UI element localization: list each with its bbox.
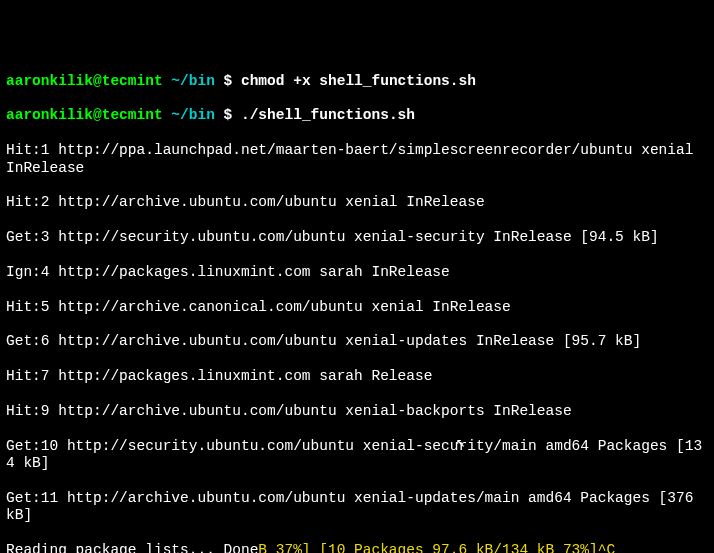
output-hit2: Hit:2 http://archive.ubuntu.com/ubuntu x… [6, 194, 708, 211]
command-chmod[interactable]: chmod +x shell_functions.sh [241, 73, 476, 89]
output-get11: Get:11 http://archive.ubuntu.com/ubuntu … [6, 490, 708, 525]
reading-done: Reading package lists... Done [6, 542, 258, 553]
prompt-path: ~/bin [171, 73, 215, 89]
command-run[interactable]: ./shell_functions.sh [241, 107, 415, 123]
prompt-user: aaronkilik@tecmint [6, 73, 163, 89]
output-get6: Get:6 http://archive.ubuntu.com/ubuntu x… [6, 333, 708, 350]
prompt-dollar: $ [224, 107, 233, 123]
output-hit1: Hit:1 http://ppa.launchpad.net/maarten-b… [6, 142, 708, 177]
output-get3: Get:3 http://security.ubuntu.com/ubuntu … [6, 229, 708, 246]
output-hit9: Hit:9 http://archive.ubuntu.com/ubuntu x… [6, 403, 708, 420]
output-reading: Reading package lists... DoneB 37%] [10 … [6, 542, 708, 553]
output-ign4: Ign:4 http://packages.linuxmint.com sara… [6, 264, 708, 281]
prompt-line-1: aaronkilik@tecmint ~/bin $ chmod +x shel… [6, 73, 708, 90]
output-get10: Get:10 http://security.ubuntu.com/ubuntu… [6, 438, 708, 473]
prompt-path: ~/bin [171, 107, 215, 123]
progress-indicator: B 37%] [10 Packages 97.6 kB/134 kB 73%]^… [258, 542, 615, 553]
prompt-line-2: aaronkilik@tecmint ~/bin $ ./shell_funct… [6, 107, 708, 124]
output-hit7: Hit:7 http://packages.linuxmint.com sara… [6, 368, 708, 385]
prompt-dollar: $ [224, 73, 233, 89]
prompt-user: aaronkilik@tecmint [6, 107, 163, 123]
output-hit5: Hit:5 http://archive.canonical.com/ubunt… [6, 299, 708, 316]
